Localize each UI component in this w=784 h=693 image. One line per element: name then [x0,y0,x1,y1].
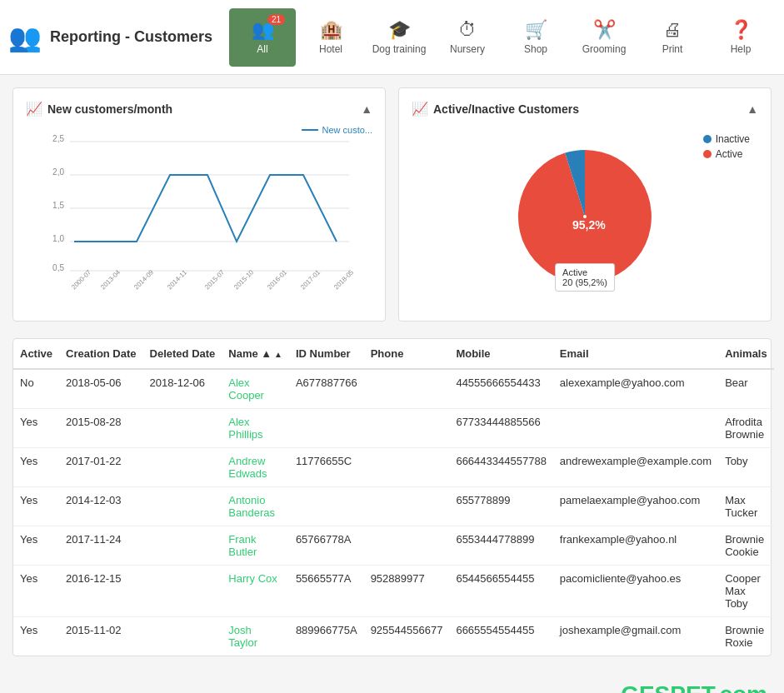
new-customers-chart-card: 📈 New customers/month ▲ New custo... 2,5… [12,87,386,322]
col-header-deleted_date[interactable]: Deleted Date [143,339,222,369]
brand-text: Reporting - Customers [50,28,212,46]
cell-animals: Toby [718,448,774,487]
nav-tab-all[interactable]: 21👥All [229,8,296,67]
cell-animals: BrownieCookie [718,526,774,566]
brand-icon: 👥 [8,22,42,53]
table-body: No2018-05-062018-12-06Alex CooperA677887… [13,369,774,656]
cell-mobile: 6544566554455 [449,566,552,617]
table: ActiveCreation DateDeleted DateName ▲ID … [13,339,774,656]
cell-name[interactable]: Frank Butler [222,526,289,566]
active-dot [703,150,712,158]
cell-id_number: 889966775A [289,617,364,656]
col-header-phone[interactable]: Phone [364,339,450,369]
nav-tab-label-print: Print [662,43,683,55]
nav-tab-label-grooming: Grooming [582,43,627,55]
customers-table: ActiveCreation DateDeleted DateName ▲ID … [12,338,772,656]
pie-legend-inactive: Inactive [703,133,750,145]
collapse-new-customers[interactable]: ▲ [361,102,372,116]
cell-email: joshexample@gmail.com [553,617,718,656]
cell-email [553,409,718,448]
cell-phone: 925544556677 [364,617,450,656]
nav-tab-help[interactable]: ❓Help [707,8,774,67]
table-row: Yes2016-12-15Harry Cox55665577A952889977… [13,566,774,617]
table-row: Yes2015-11-02Josh Taylor889966775A925544… [13,617,774,656]
cell-id_number [289,409,364,448]
nav-tab-nursery[interactable]: ⏱Nursery [434,8,501,67]
nav-tab-icon-dog-training: 🎓 [388,19,411,41]
nav-tab-icon-grooming: ✂️ [593,19,616,41]
cell-creation_date: 2015-11-02 [59,617,143,656]
svg-text:1,0: 1,0 [52,234,64,243]
svg-text:2,5: 2,5 [52,134,64,143]
legend-line [302,129,318,131]
col-header-mobile[interactable]: Mobile [449,339,552,369]
svg-text:2017-01: 2017-01 [299,268,322,292]
cell-name[interactable]: Antonio Banderas [222,487,289,526]
svg-text:0,5: 0,5 [52,263,64,272]
cell-email: pamelaexample@yahoo.com [553,487,718,526]
nav-tab-icon-print: 🖨 [663,19,682,41]
nav-tab-label-hotel: Hotel [319,43,342,55]
col-header-email[interactable]: Email [553,339,718,369]
svg-text:2013-04: 2013-04 [99,268,122,292]
cell-id_number: 11776655C [289,448,364,487]
cell-phone [364,409,450,448]
table-header: ActiveCreation DateDeleted DateName ▲ID … [13,339,774,369]
header-brand: 👥 Reporting - Customers [8,22,212,53]
col-header-creation_date[interactable]: Creation Date [59,339,143,369]
cell-deleted_date [143,526,222,566]
tooltip-count: 20 (95,2%) [562,277,607,287]
nav-tabs: 21👥All🏨Hotel🎓Dog training⏱Nursery🛒Shop✂️… [229,8,774,67]
cell-creation_date: 2016-12-15 [59,566,143,617]
nav-tab-label-dog-training: Dog training [372,43,427,55]
cell-mobile: 6665554554455 [449,617,552,656]
cell-phone: 952889977 [364,566,450,617]
table-row: Yes2014-12-03Antonio Banderas655778899pa… [13,487,774,526]
table-row: Yes2017-11-24Frank Butler65766778A655344… [13,526,774,566]
nav-tab-grooming[interactable]: ✂️Grooming [571,8,637,67]
col-header-name[interactable]: Name ▲ [222,339,289,369]
cell-name[interactable]: Alex Cooper [222,369,289,409]
nav-tab-label-help: Help [731,43,752,55]
cell-animals: Bear [718,369,774,409]
cell-mobile: 666443344557788 [449,448,552,487]
cell-animals: BrownieRoxie [718,617,774,656]
nav-tab-icon-help: ❓ [730,19,752,41]
collapse-active-inactive[interactable]: ▲ [747,102,758,116]
chart-legend: New custo... [302,125,372,135]
cell-name[interactable]: Josh Taylor [222,617,289,656]
footer-brand: GESPET.com [17,681,767,693]
nav-tab-label-shop: Shop [524,43,547,55]
nav-tab-print[interactable]: 🖨Print [639,8,706,67]
nav-tab-label-nursery: Nursery [450,43,485,55]
trend-icon-2: 📈 [412,101,428,117]
chart-header-2: 📈 Active/Inactive Customers ▲ [412,101,758,117]
cell-name[interactable]: Andrew Edwads [222,448,289,487]
table-row: No2018-05-062018-12-06Alex CooperA677887… [13,369,774,409]
cell-id_number: 55665577A [289,566,364,617]
cell-name[interactable]: Harry Cox [222,566,289,617]
svg-text:2014-09: 2014-09 [132,268,156,292]
cell-phone [364,487,450,526]
col-header-id_number[interactable]: ID Number [289,339,364,369]
nav-tab-label-all: All [257,43,267,55]
cell-name[interactable]: Alex Phillips [222,409,289,448]
col-header-animals[interactable]: Animals [718,339,774,369]
svg-text:2016-01: 2016-01 [266,268,289,292]
cell-animals: AfroditaBrownie [718,409,774,448]
nav-tab-dog-training[interactable]: 🎓Dog training [366,8,432,67]
charts-row: 📈 New customers/month ▲ New custo... 2,5… [12,87,772,322]
cell-creation_date: 2015-08-28 [59,409,143,448]
cell-id_number: A677887766 [289,369,364,409]
col-header-active[interactable]: Active [13,339,59,369]
header: 👥 Reporting - Customers 21👥All🏨Hotel🎓Dog… [0,0,784,75]
nav-tab-shop[interactable]: 🛒Shop [502,8,569,67]
table-row: Yes2015-08-28Alex Phillips67733444885566… [13,409,774,448]
cell-deleted_date [143,617,222,656]
pie-legend-active: Active [703,148,750,160]
cell-phone [364,369,450,409]
cell-active: Yes [13,566,59,617]
nav-tab-hotel[interactable]: 🏨Hotel [297,8,364,67]
cell-phone [364,448,450,487]
cell-deleted_date [143,409,222,448]
